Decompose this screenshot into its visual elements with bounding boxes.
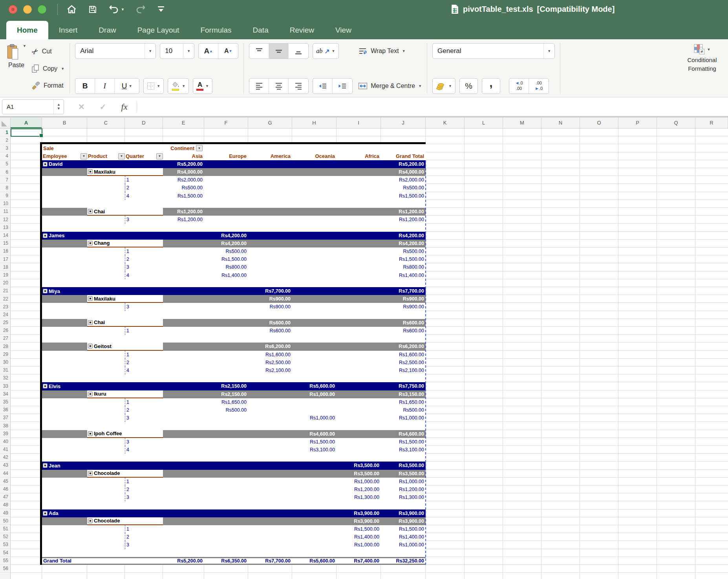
cell-I33[interactable] [337,382,381,390]
cell-C31[interactable] [87,366,125,374]
row-header-15[interactable]: 15 [0,240,10,247]
cell-C30[interactable] [87,359,125,366]
row-header-30[interactable]: 30 [0,358,10,366]
cell-G20[interactable] [248,279,292,287]
row-header-25[interactable]: 25 [0,319,10,327]
cell-H52[interactable] [292,533,337,541]
decrease-indent-icon[interactable] [313,79,333,93]
tab-home[interactable]: Home [6,21,48,39]
home-icon[interactable] [66,4,77,15]
cell-E20[interactable] [163,279,204,287]
cell-B17[interactable] [42,255,87,263]
cell-G47[interactable] [248,493,292,501]
expand-button[interactable] [88,241,93,246]
cell-C35[interactable] [87,398,125,406]
customize-toolbar-icon[interactable] [157,6,165,13]
column-header-K[interactable]: K [426,117,465,128]
cell-H55[interactable]: Rs5,600.00 [292,558,337,564]
cell-F36[interactable]: Rs500.00 [204,406,248,414]
row-header-32[interactable]: 32 [0,374,10,382]
cell-B24[interactable] [42,311,87,319]
cell-F26[interactable] [204,327,248,335]
cell-F17[interactable]: Rs1,500.00 [204,255,248,263]
expand-button[interactable] [43,162,48,167]
cell-D26[interactable]: 1 [125,327,163,335]
cell-I24[interactable] [337,311,381,319]
cell-J36[interactable]: Rs500.00 [381,406,426,414]
cell-H10[interactable] [292,200,337,208]
cell-F49[interactable] [204,509,248,517]
column-header-F[interactable]: F [204,117,248,128]
cell-I34[interactable] [337,390,381,398]
font-size-select[interactable]: 10 ▼ [160,43,194,59]
cell-I14[interactable] [337,232,381,240]
save-icon[interactable] [88,5,97,14]
sheet-grid[interactable]: 1234567891011121314151617181920212223242… [0,128,728,579]
cell-H15[interactable] [292,240,337,247]
cell-H6[interactable] [292,168,337,176]
cell-H21[interactable] [292,287,337,295]
cell-G45[interactable] [248,478,292,486]
row-header-9[interactable]: 9 [0,192,10,200]
cell-D36[interactable]: 2 [125,406,163,414]
cell-D41[interactable]: 4 [125,446,163,454]
cell-C18[interactable] [87,263,125,271]
cell-I35[interactable] [337,398,381,406]
cell-F21[interactable] [204,287,248,295]
cell-J9[interactable]: Rs1,500.00 [381,192,426,200]
cell-C38[interactable] [87,422,125,430]
row-header-11[interactable]: 11 [0,208,10,216]
cell-C8[interactable] [87,184,125,192]
cell-G18[interactable] [248,263,292,271]
align-center-icon[interactable] [269,79,289,93]
tab-view[interactable]: View [325,21,362,39]
cell-C12[interactable] [87,216,125,224]
cell-E4[interactable]: Asia [163,152,204,160]
cell-D11[interactable] [125,208,163,216]
cell-G33[interactable] [248,382,292,390]
cell-B43[interactable]: Jean [42,462,87,469]
expand-button[interactable] [88,431,93,436]
cell-D37[interactable]: 3 [125,414,163,422]
cell-F40[interactable] [204,438,248,446]
row-header-42[interactable]: 42 [0,454,10,462]
cell-D22[interactable] [125,295,163,303]
cell-C55[interactable] [87,558,125,564]
row-header-45[interactable]: 45 [0,477,10,485]
decrease-font-icon[interactable]: A▼ [218,44,238,59]
cell-H32[interactable] [292,374,337,382]
cell-B29[interactable] [42,351,87,359]
increase-font-icon[interactable]: A▲ [199,44,218,59]
cell-E19[interactable] [163,271,204,279]
cell-B3[interactable]: Sale [42,144,87,152]
cell-D49[interactable] [125,509,163,517]
cell-B46[interactable] [42,486,87,493]
cell-D20[interactable] [125,279,163,287]
cell-H23[interactable] [292,303,337,311]
cell-I53[interactable]: Rs1,000.00 [337,541,381,549]
cell-I43[interactable]: Rs3,500.00 [337,462,381,469]
cell-B38[interactable] [42,422,87,430]
cell-F38[interactable] [204,422,248,430]
cell-B48[interactable] [42,501,87,509]
cell-D29[interactable]: 1 [125,351,163,359]
row-header-40[interactable]: 40 [0,438,10,445]
column-header-I[interactable]: I [337,117,381,128]
cell-G14[interactable] [248,232,292,240]
cell-I17[interactable] [337,255,381,263]
column-header-L[interactable]: L [465,117,503,128]
cell-F11[interactable] [204,208,248,216]
cell-E31[interactable] [163,366,204,374]
cell-F45[interactable] [204,478,248,486]
cell-H51[interactable] [292,525,337,533]
align-top-icon[interactable] [249,44,269,59]
cell-J20[interactable] [381,279,426,287]
cell-I16[interactable] [337,247,381,255]
tab-draw[interactable]: Draw [88,21,126,39]
cell-B41[interactable] [42,446,87,454]
cell-C13[interactable] [87,224,125,231]
cell-F31[interactable] [204,366,248,374]
cell-I10[interactable] [337,200,381,208]
row-header-16[interactable]: 16 [0,247,10,255]
cell-B9[interactable] [42,192,87,200]
